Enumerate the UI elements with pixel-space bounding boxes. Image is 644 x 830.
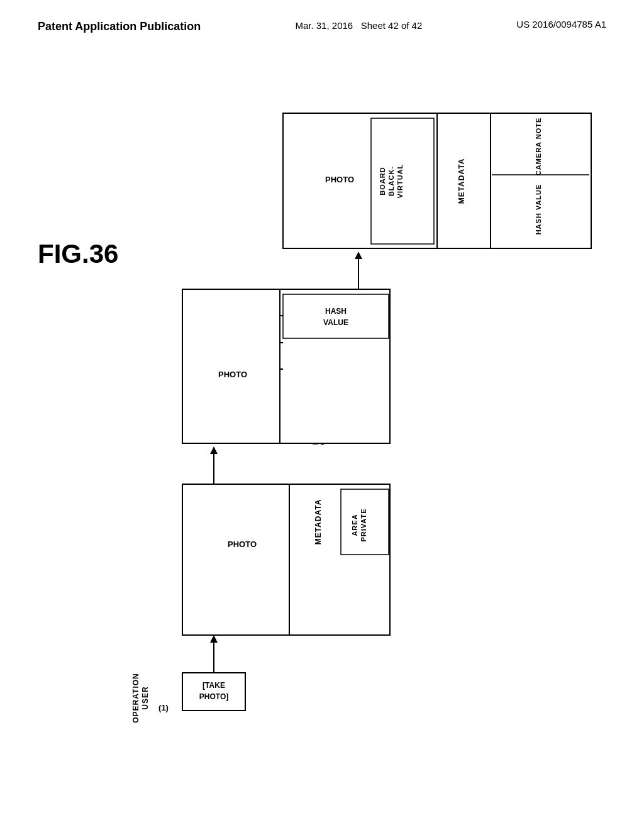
private-area-label1: PRIVATE bbox=[360, 508, 367, 541]
publication-title: Patent Application Publication bbox=[38, 19, 201, 35]
private-area-label2: AREA bbox=[351, 514, 358, 536]
svg-marker-4 bbox=[210, 446, 218, 454]
stage-1-label: USER bbox=[141, 686, 150, 709]
virtual-blackboard-label1: VIRTUAL bbox=[396, 164, 404, 199]
svg-marker-12 bbox=[355, 252, 362, 259]
metadata-storage-label: METADATA bbox=[457, 158, 466, 204]
hash-value-verif-label2: VALUE bbox=[323, 318, 348, 327]
publication-number: US 2016/0094785 A1 bbox=[516, 19, 606, 30]
take-photo-label: [TAKE bbox=[203, 681, 225, 690]
photo-capture-label: PHOTO bbox=[228, 540, 257, 549]
take-photo-label2: PHOTO] bbox=[199, 692, 228, 701]
hash-value-storage-label: HASH VALUE bbox=[535, 184, 542, 235]
virtual-blackboard-label2: BLACK- bbox=[387, 166, 395, 196]
virtual-blackboard-label3: BOARD bbox=[379, 167, 386, 195]
camera-note-label: CAMERA NOTE bbox=[535, 118, 542, 175]
hash-value-verif-label: HASH bbox=[325, 307, 347, 316]
hash-value-verif-box bbox=[283, 294, 389, 338]
stage-1-num: (1) bbox=[158, 703, 169, 712]
page-header: Patent Application Publication Mar. 31, … bbox=[0, 0, 644, 41]
metadata-capture-label: METADATA bbox=[314, 499, 323, 545]
svg-marker-1 bbox=[210, 635, 218, 643]
photo-verif-label: PHOTO bbox=[218, 370, 247, 379]
stage-1-label2: OPERATION bbox=[131, 673, 140, 722]
flow-diagram: (1) USER OPERATION (2) IMAGE CAPTURE CON… bbox=[94, 94, 610, 805]
publication-date-sheet: Mar. 31, 2016 Sheet 42 of 42 bbox=[295, 19, 422, 33]
take-photo-box bbox=[182, 673, 245, 711]
photo-storage-label: PHOTO bbox=[325, 175, 354, 184]
